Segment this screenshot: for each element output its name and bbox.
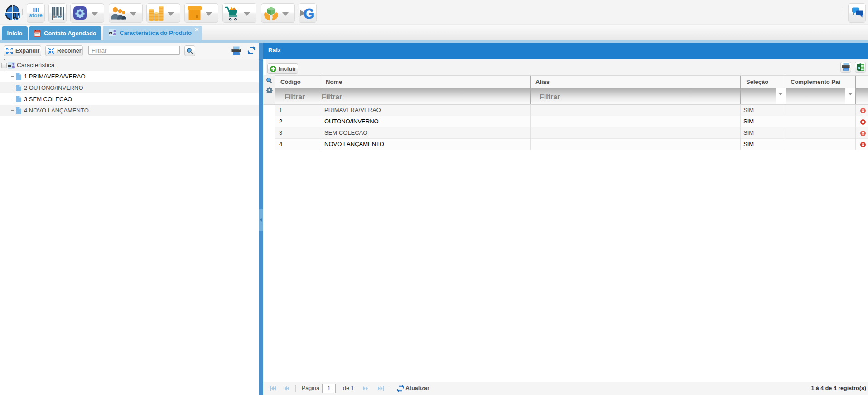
svg-text:BOLETO: BOLETO <box>53 16 63 19</box>
svg-text:X: X <box>858 66 860 70</box>
svg-text:G: G <box>304 6 314 21</box>
